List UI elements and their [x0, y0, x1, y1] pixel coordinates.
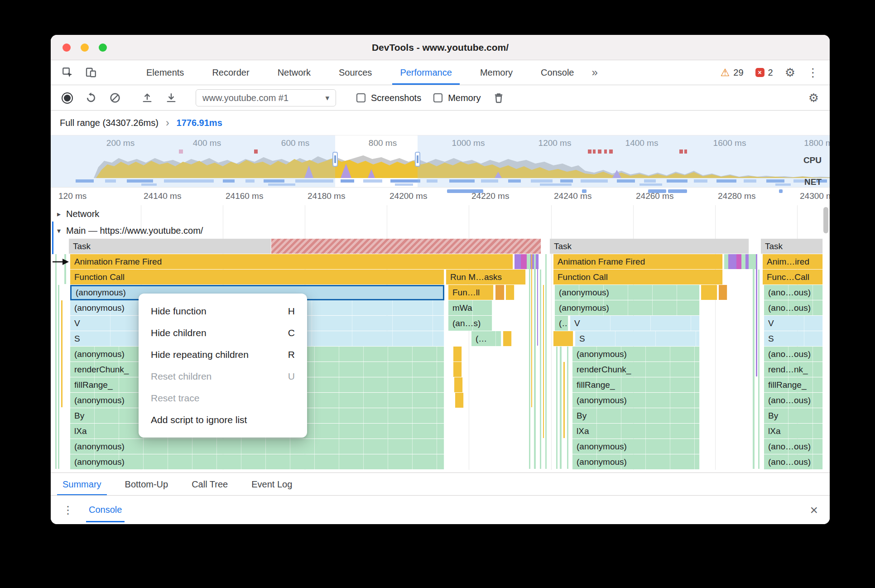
flame-bar[interactable]: (anonymous) [70, 454, 444, 469]
tab-recorder[interactable]: Recorder [198, 60, 263, 85]
settings-gear-icon[interactable]: ⚙ [785, 67, 795, 78]
flame-bar[interactable]: fillRange_ [572, 377, 700, 392]
flame-bar[interactable]: Animation Frame Fired [70, 254, 513, 269]
load-profile-button[interactable] [141, 92, 153, 104]
tab-summary[interactable]: Summary [51, 473, 113, 496]
save-profile-button[interactable] [165, 92, 177, 104]
reload-and-record-button[interactable] [85, 92, 97, 104]
tab-call-tree[interactable]: Call Tree [180, 473, 240, 496]
tab-console[interactable]: Console [527, 60, 588, 85]
flame-bar[interactable]: (an…s) [448, 316, 492, 331]
tab-elements[interactable]: Elements [132, 60, 198, 85]
flame-bar[interactable]: By [764, 408, 823, 423]
flame-bar[interactable]: V [764, 316, 823, 331]
flame-bar[interactable]: (anonymous) [70, 439, 444, 454]
flame-bar[interactable] [454, 377, 463, 392]
profile-select[interactable]: www.youtube.com #1 ▾ [196, 89, 336, 106]
flame-bar[interactable]: lXa [572, 424, 700, 439]
expand-triangle-icon[interactable]: ▾ [57, 227, 66, 235]
flame-bar[interactable]: (anonymous) [555, 285, 700, 300]
menu-item-hide-children[interactable]: Hide children C [139, 322, 307, 344]
flame-bar[interactable]: (ano…ous) [764, 454, 823, 469]
tab-network[interactable]: Network [264, 60, 325, 85]
more-tabs-button[interactable]: » [588, 66, 601, 79]
flame-bar[interactable] [455, 393, 464, 408]
tab-bottom-up[interactable]: Bottom-Up [113, 473, 180, 496]
close-drawer-icon[interactable]: × [810, 503, 818, 517]
timeline-overview[interactable]: 200 ms 400 ms 600 ms 800 ms 1000 ms 1200… [51, 135, 830, 188]
tab-memory[interactable]: Memory [466, 60, 527, 85]
drawer-kebab-icon[interactable]: ⋮ [62, 504, 73, 516]
menu-item-add-script-to-ignore-list[interactable]: Add script to ignore list [139, 409, 307, 431]
selection-handle-left[interactable] [332, 152, 338, 167]
flame-bar[interactable] [506, 285, 514, 300]
flame-bar[interactable] [453, 347, 462, 361]
flame-bar[interactable]: (… [471, 331, 501, 346]
flame-bar[interactable] [719, 285, 727, 300]
selected-range-crumb[interactable]: 1776.91ms [177, 118, 222, 128]
menu-item-hide-function[interactable]: Hide function H [139, 300, 307, 322]
tab-sources[interactable]: Sources [325, 60, 386, 85]
flame-bar[interactable] [271, 239, 541, 254]
flame-bar[interactable]: (anonymous) [572, 393, 700, 408]
flame-bar[interactable]: S [575, 331, 700, 346]
vertical-scrollbar-thumb[interactable] [823, 207, 828, 233]
flame-bar[interactable]: Fun…ll [448, 285, 494, 300]
device-toolbar-button[interactable] [83, 65, 99, 80]
flame-bar[interactable]: S [764, 331, 823, 346]
collapse-triangle-icon[interactable]: ▸ [57, 210, 66, 218]
tab-event-log[interactable]: Event Log [240, 473, 304, 496]
flame-bar[interactable]: Animation Frame Fired [553, 254, 723, 269]
flame-bar[interactable]: (anonymous) [555, 300, 700, 315]
flame-bar[interactable]: V [570, 316, 700, 331]
warnings-badge[interactable]: ⚠ 29 [721, 67, 744, 78]
flame-bar[interactable]: (ano…ous) [764, 439, 823, 454]
flame-bar[interactable] [453, 362, 462, 377]
drawer-tab-console[interactable]: Console [86, 496, 125, 524]
flame-bar[interactable]: (anonymous) [572, 347, 700, 361]
flame-bar[interactable]: Func…Call [763, 270, 823, 284]
flame-bar[interactable] [553, 331, 573, 346]
inspect-element-button[interactable] [60, 65, 75, 80]
flame-bar[interactable]: Task [761, 239, 823, 254]
minimize-window-button[interactable] [81, 43, 89, 52]
flame-bar[interactable] [701, 285, 717, 300]
record-button[interactable] [62, 92, 73, 104]
flame-bar[interactable] [728, 254, 737, 269]
menu-item-hide-repeating-children[interactable]: Hide repeating children R [139, 344, 307, 366]
flame-bar[interactable]: (anonymous) [572, 439, 700, 454]
flame-bar[interactable]: (ano…ous) [764, 393, 823, 408]
flame-bar[interactable]: Function Call [553, 270, 723, 284]
flame-bar[interactable]: (… [555, 316, 568, 331]
errors-badge[interactable]: × 2 [755, 67, 773, 78]
flame-bar[interactable]: Function Call [70, 270, 444, 284]
flame-bar[interactable]: (ano…ous) [764, 347, 823, 361]
flame-bar[interactable]: lXa [764, 424, 823, 439]
collect-garbage-button[interactable] [493, 92, 505, 104]
close-window-button[interactable] [62, 43, 71, 52]
screenshots-checkbox[interactable] [356, 93, 365, 102]
flame-bar[interactable]: renderChunk_ [572, 362, 700, 377]
flame-bar[interactable]: Task [550, 239, 749, 254]
flame-bar[interactable]: mWa [448, 300, 492, 315]
flame-bar[interactable]: Run M…asks [446, 270, 526, 284]
flame-bar[interactable]: Task [69, 239, 271, 254]
flame-bar[interactable]: (ano…ous) [764, 300, 823, 315]
kebab-menu-icon[interactable]: ⋮ [807, 67, 819, 78]
selection-handle-right[interactable] [415, 152, 420, 167]
flame-bar[interactable]: rend…nk_ [764, 362, 823, 377]
flame-bar[interactable] [503, 331, 512, 346]
flame-bar[interactable]: (ano…ous) [764, 285, 823, 300]
full-range-crumb[interactable]: Full range (34307.26ms) [60, 118, 159, 128]
zoom-window-button[interactable] [99, 43, 107, 52]
memory-checkbox[interactable] [433, 93, 442, 102]
flame-bar[interactable] [495, 285, 505, 300]
flame-bar[interactable]: By [572, 408, 700, 423]
flame-bar[interactable]: Anim…ired [763, 254, 823, 269]
flame-bar[interactable]: (anonymous) [572, 454, 700, 469]
clear-button[interactable] [109, 92, 121, 104]
network-track-header[interactable]: ▸ Network [51, 205, 830, 222]
tab-performance[interactable]: Performance [386, 60, 466, 85]
flame-bar[interactable]: fillRange_ [764, 377, 823, 392]
capture-settings-gear-icon[interactable]: ⚙ [808, 92, 819, 104]
